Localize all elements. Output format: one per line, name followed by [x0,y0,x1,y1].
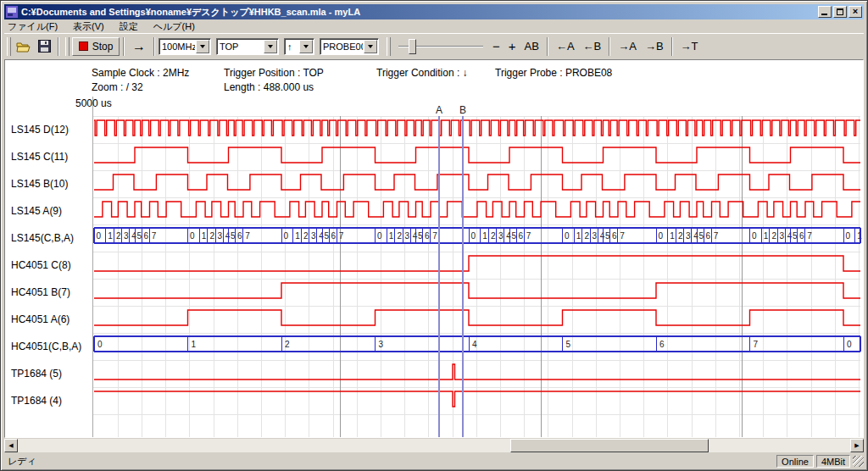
bus-value-label: 3 [498,231,504,241]
bus-value-label: 4 [319,231,324,241]
bus-value-label: 3 [379,340,384,349]
bus-value-label: 6 [519,231,524,241]
bus-value-label: 7 [432,231,437,241]
time-ruler-label: 5000 us [75,97,112,109]
bus-value-label: 0 [97,231,102,241]
bus-value-label: 0 [190,231,195,241]
channel-label: HC4051 C(8) [11,259,71,271]
waveform-trace [94,391,860,407]
bus-value-label: 4 [472,340,477,349]
horizontal-scrollbar[interactable]: ◀ ▶ [4,439,864,452]
resize-grip[interactable] [853,456,864,467]
bus-value-label: 3 [686,231,691,241]
bus-value-label: 3 [780,231,785,241]
waveform-plot[interactable]: 5000 usLS145 D(12)LS145 C(11)LS145 B(10)… [1,1,868,471]
bus-value-label: 0 [846,231,851,241]
bus-value-label: 1 [192,340,197,349]
waveform-trace [94,283,860,298]
waveform-trace [94,310,860,325]
bus-value-label: 2 [116,231,121,241]
bus-value-label: 6 [799,231,804,241]
cursor-label-b: B [459,104,466,116]
bus-value-label: 0 [97,340,103,349]
cursor-label-a: A [436,104,442,116]
bus-value-label: 4 [506,231,511,241]
bus-value-label: 1 [670,231,675,241]
bus-value-label: 3 [405,231,410,241]
channel-label: HC4051 B(7) [11,286,70,298]
bus-value-label: 1 [857,231,862,241]
bus-value-label: 6 [331,231,337,241]
bus-value-label: 4 [600,231,605,241]
bus-value-label: 7 [526,231,531,241]
channel-label: HC4051 A(6) [11,313,70,325]
bus-value-label: 0 [471,231,476,241]
waveform-trace [94,202,860,217]
bus-value-label: 3 [593,231,598,241]
bus-value-label: 2 [209,231,214,241]
bus-value-label: 2 [678,231,683,241]
bus-value-label: 4 [787,231,793,241]
waveform-trace [94,175,860,190]
channel-label: HC4051(C,B,A) [11,341,81,352]
bus-value-label: 7 [339,231,344,241]
bus-value-label: 6 [659,340,665,349]
bus-value-label: 1 [295,231,300,241]
bus-value-label: 6 [706,231,711,241]
bus-value-label: 4 [225,231,231,241]
bus-value-label: 2 [397,231,402,241]
scroll-left-button[interactable]: ◀ [4,439,18,452]
bus-value-label: 4 [413,231,418,241]
bus-value-label: 4 [693,231,698,241]
bus-value-label: 1 [482,231,487,241]
status-ready-text: レディ [4,455,774,468]
bus-value-label: 7 [754,340,759,349]
status-memory-badge: 4MBit [816,455,850,468]
bus-value-label: 4 [131,231,136,241]
bus-value-label: 1 [389,231,394,241]
scroll-right-button[interactable]: ▶ [850,439,864,452]
bus-value-label: 6 [425,231,430,241]
bus-value-label: 7 [152,231,157,241]
bus-value-label: 3 [124,231,129,241]
waveform-trace [94,147,860,163]
bus-value-label: 7 [620,231,625,241]
bus-value-label: 1 [764,231,769,241]
waveform-trace [94,364,860,380]
waveform-trace [94,256,860,271]
channel-label: LS145 B(10) [11,178,68,190]
bus-value-label: 1 [108,231,113,241]
channel-label: LS145 C(11) [11,151,68,163]
channel-label: LS145 A(9) [11,205,62,217]
bus-value-label: 7 [245,231,250,241]
bus-value-label: 2 [285,340,290,349]
channel-label: TP1684 (4) [11,395,62,407]
bus-value-label: 5 [566,340,571,349]
bus-value-label: 7 [714,231,719,241]
bus-value-label: 0 [752,231,757,241]
bus-value-label: 2 [771,231,776,241]
bus-value-label: 2 [303,231,309,241]
bus-value-label: 7 [807,231,812,241]
status-bar: レディ Online 4MBit [4,454,864,468]
waveform-trace [94,120,860,136]
bus-value-label: 6 [612,231,617,241]
bus-value-label: 2 [491,231,496,241]
bus-value-label: 1 [576,231,581,241]
status-online-badge: Online [776,455,814,468]
bus-value-label: 0 [565,231,570,241]
scrollbar-thumb[interactable] [510,439,709,452]
channel-label: LS145(C,B,A) [11,232,74,244]
bus-value-label: 0 [284,231,289,241]
bus-value-label: 0 [377,231,382,241]
bus-value-label: 2 [584,231,589,241]
bus-value-label: 3 [311,231,316,241]
bus-value-label: 3 [218,231,223,241]
bus-value-label: 6 [144,231,149,241]
app-window: C:¥Documents and Settings¥noname¥デスクトップ¥… [0,0,868,471]
channel-label: LS145 D(12) [11,124,69,136]
bus-value-label: 6 [237,231,242,241]
channel-label: TP1684 (5) [11,368,62,380]
bus-value-label: 0 [659,231,664,241]
bus-value-label: 0 [847,340,852,349]
